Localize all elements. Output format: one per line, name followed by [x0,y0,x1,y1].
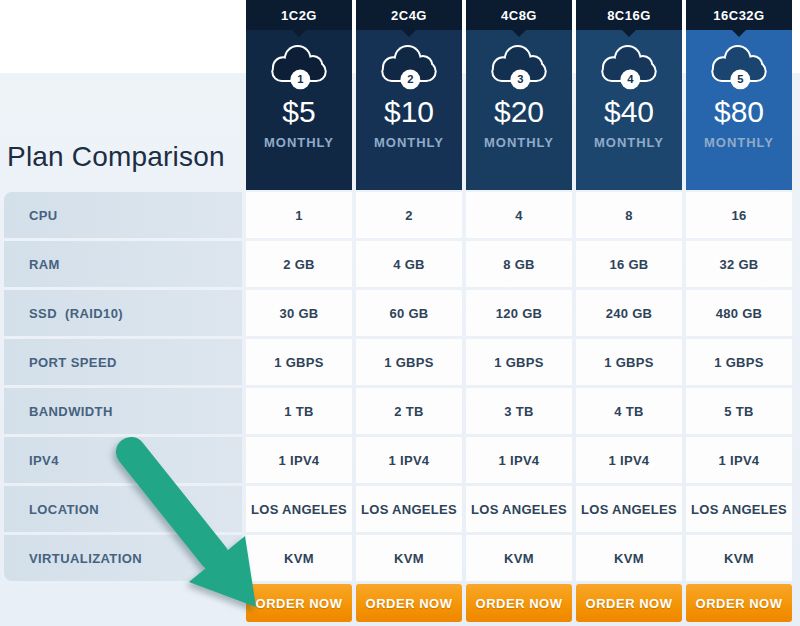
plan-name: 16C32G [713,8,764,23]
table-cell: 32 GB [686,241,792,287]
comparison-table: CPU 1 2 4 8 16 RAM 2 GB 4 GB 8 GB 16 GB … [4,192,792,581]
plan-name: 8C16G [607,8,651,23]
table-cell: LOS ANGELES [356,486,462,532]
table-cell: 1 [246,192,352,238]
plan-price: $80 [714,95,764,129]
plan-card-body: 5 $80 MONTHLY [686,30,792,190]
cloud-icon: 1 [266,41,332,94]
table-cell: 1 GBPS [356,339,462,385]
table-cell: KVM [576,535,682,581]
header-notch [292,30,306,37]
table-cell: KVM [246,535,352,581]
plan-price: $40 [604,95,654,129]
plan-period: MONTHLY [264,135,334,150]
plan-number: 5 [737,73,743,85]
order-now-button-2c4g[interactable]: ORDER NOW [356,584,462,622]
plan-name-header: 1C2G [246,0,352,30]
plan-period: MONTHLY [374,135,444,150]
table-cell: 1 IPV4 [686,437,792,483]
cloud-icon: 2 [376,41,442,94]
table-cell: 1 IPV4 [246,437,352,483]
plan-name-header: 16C32G [686,0,792,30]
table-cell: LOS ANGELES [686,486,792,532]
row-label-ssd: SSD (RAID10) [4,290,242,336]
table-cell: 30 GB [246,290,352,336]
table-cell: 5 TB [686,388,792,434]
table-cell: 2 GB [246,241,352,287]
table-cell: LOS ANGELES [576,486,682,532]
table-cell: 8 GB [466,241,572,287]
plan-name-header: 2C4G [356,0,462,30]
table-cell: 4 [466,192,572,238]
row-label-port-speed: PORT SPEED [4,339,242,385]
plan-period: MONTHLY [594,135,664,150]
table-cell: 240 GB [576,290,682,336]
cloud-icon: 4 [596,41,662,94]
row-label-bandwidth: BANDWIDTH [4,388,242,434]
plan-number: 2 [407,73,413,85]
table-cell: 3 TB [466,388,572,434]
row-label-virtualization: VIRTUALIZATION [4,535,242,581]
table-cell: 1 GBPS [576,339,682,385]
table-cell: 4 GB [356,241,462,287]
plan-card-16c32g: 16C32G 5 $80 MONTHLY [686,0,792,190]
table-cell: 1 IPV4 [576,437,682,483]
plan-card-1c2g: 1C2G 1 $5 MONTHLY [246,0,352,190]
table-cell: 2 [356,192,462,238]
table-cell: 1 GBPS [686,339,792,385]
plan-number: 3 [517,73,523,85]
plan-number: 4 [627,73,634,85]
table-cell: LOS ANGELES [466,486,572,532]
table-cell: 1 GBPS [466,339,572,385]
table-cell: 8 [576,192,682,238]
table-cell: KVM [356,535,462,581]
plan-name-header: 8C16G [576,0,682,30]
row-label-ipv4: IPV4 [4,437,242,483]
plan-price: $5 [282,95,315,129]
plan-name-header: 4C8G [466,0,572,30]
table-cell: 1 IPV4 [356,437,462,483]
table-cell: 120 GB [466,290,572,336]
order-now-button-1c2g[interactable]: ORDER NOW [246,584,352,622]
cloud-icon: 3 [486,41,552,94]
header-notch [622,30,636,37]
row-label-cpu: CPU [4,192,242,238]
table-cell: 4 TB [576,388,682,434]
plan-period: MONTHLY [704,135,774,150]
row-label-location: LOCATION [4,486,242,532]
table-cell: 16 [686,192,792,238]
plan-period: MONTHLY [484,135,554,150]
plan-name: 2C4G [391,8,427,23]
table-cell: KVM [686,535,792,581]
page-title: Plan Comparison [7,141,225,173]
plan-card-body: 3 $20 MONTHLY [466,30,572,190]
plan-card-2c4g: 2C4G 2 $10 MONTHLY [356,0,462,190]
order-now-button-8c16g[interactable]: ORDER NOW [576,584,682,622]
table-cell: 60 GB [356,290,462,336]
plan-price: $20 [494,95,544,129]
table-cell: 1 GBPS [246,339,352,385]
table-cell: 480 GB [686,290,792,336]
plan-card-4c8g: 4C8G 3 $20 MONTHLY [466,0,572,190]
plan-card-body: 1 $5 MONTHLY [246,30,352,190]
table-cell: 1 IPV4 [466,437,572,483]
plan-cards: 1C2G 1 $5 MONTHLY 2C4G [246,0,792,190]
header-notch [402,30,416,37]
order-now-button-16c32g[interactable]: ORDER NOW [686,584,792,622]
plan-card-8c16g: 8C16G 4 $40 MONTHLY [576,0,682,190]
plan-name: 1C2G [281,8,317,23]
table-cell: 16 GB [576,241,682,287]
header-notch [512,30,526,37]
order-now-button-4c8g[interactable]: ORDER NOW [466,584,572,622]
table-cell: KVM [466,535,572,581]
header-notch [732,30,746,37]
plan-name: 4C8G [501,8,537,23]
table-cell: LOS ANGELES [246,486,352,532]
plan-card-body: 4 $40 MONTHLY [576,30,682,190]
plan-number: 1 [297,73,303,85]
plan-price: $10 [384,95,434,129]
cloud-icon: 5 [706,41,772,94]
table-cell: 2 TB [356,388,462,434]
plan-card-body: 2 $10 MONTHLY [356,30,462,190]
order-row: ORDER NOW ORDER NOW ORDER NOW ORDER NOW … [246,584,792,622]
